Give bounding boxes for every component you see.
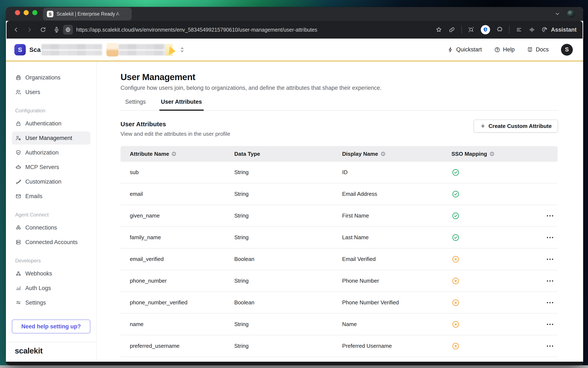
sidebar-item-settings[interactable]: Settings [12,296,90,309]
docs-button[interactable]: Docs [527,46,549,53]
need-help-button[interactable]: Need help setting up? [12,320,90,333]
chevron-down-icon[interactable] [554,10,561,17]
help-circle-icon [494,46,501,53]
copy-link-icon[interactable] [448,26,455,33]
reload-icon[interactable] [39,26,47,33]
section-header: User Attributes View and edit the attrib… [121,120,558,138]
help-button[interactable]: Help [494,46,515,53]
password-manager-shield-icon[interactable] [481,25,490,34]
page-subtitle: Configure how users join, belong to orga… [121,84,558,92]
sidebar-item-label: Organizations [25,74,61,81]
url-address[interactable]: https://app.scalekit.cloud/ws/environmen… [76,27,435,33]
row-menu-button[interactable] [547,302,553,303]
sidebar-item-label: Customization [25,178,61,185]
cell-attribute-name: email [121,191,225,197]
forward-icon[interactable] [26,26,33,33]
sidebar-item-label: Connections [25,224,57,231]
sidebar-item-organizations[interactable]: Organizations [12,71,90,84]
sidebar-item-connected-accounts[interactable]: Connected Accounts [12,236,90,249]
microphone-icon[interactable] [53,26,60,33]
sidebar-item-customization[interactable]: Customization [12,175,90,188]
cell-sso-mapping [442,298,533,307]
tab-settings[interactable]: Settings [124,99,147,110]
redacted-workspace-text [41,44,102,55]
table-row[interactable]: phone_number String Phone Number [121,270,558,292]
row-menu-button[interactable] [547,237,553,238]
sidebar-item-auth-logs[interactable]: Auth Logs [12,282,90,295]
attributes-table: Attribute NameData TypeDisplay NameSSO M… [121,146,558,359]
sso-mapped-check-icon [452,233,460,242]
sidebar-item-authentication[interactable]: Authentication [12,117,90,130]
row-menu-button[interactable] [547,215,553,216]
sso-mapped-check-icon [452,190,460,198]
site-info-chip[interactable] [63,25,73,35]
table-row[interactable]: phone_number_verified Boolean Phone Numb… [121,292,558,314]
shield-check-icon [15,149,21,156]
row-menu-button[interactable] [547,280,553,282]
assistant-button[interactable]: Assistant [541,26,577,33]
sidebar-item-connections[interactable]: Connections [12,221,90,234]
table-row[interactable]: given_name String First Name [121,205,558,227]
extensions-puzzle-icon[interactable] [496,26,503,33]
cell-display-name: Phone Number [333,277,442,284]
sso-mapped-check-icon [452,168,460,177]
sidebar-item-users[interactable]: Users [12,86,90,99]
cell-data-type: String [225,321,333,328]
sso-unmapped-x-icon [452,277,460,285]
workspace-name[interactable]: Sca [29,46,40,53]
reading-list-icon[interactable] [515,26,523,33]
cell-display-name: First Name [333,212,442,219]
row-menu-button[interactable] [547,259,553,260]
table-row[interactable]: sub String ID [121,162,558,183]
user-avatar[interactable]: S [561,44,573,56]
zoom-window-button[interactable] [32,10,37,15]
column-header-data-type: Data Type [225,151,333,157]
cell-sso-mapping [442,277,533,285]
sidebar-item-emails[interactable]: Emails [12,190,90,203]
sidebar-item-label: Webhooks [25,270,52,277]
table-row[interactable]: email String Email Address [121,183,558,205]
cell-actions [533,215,558,216]
tab-user-attributes[interactable]: User Attributes [159,99,204,110]
environment-switcher-icon[interactable] [179,46,186,54]
back-icon[interactable] [12,26,20,33]
table-row[interactable]: name String Name [121,314,558,335]
cell-actions [533,280,558,282]
cell-attribute-name: email_verified [121,256,225,262]
voice-waveform-icon[interactable] [529,26,536,33]
table-row[interactable]: family_name String Last Name [121,227,558,248]
sso-unmapped-x-icon [452,255,460,263]
sidebar-item-mcp-servers[interactable]: MCP Servers [12,161,90,174]
cell-display-name: Email Address [333,191,442,197]
cell-sso-mapping [442,342,533,350]
table-row[interactable]: email_verified Boolean Email Verified [121,248,558,270]
bookmark-star-icon[interactable] [435,26,442,33]
row-menu-button[interactable] [547,345,553,347]
sidebar-item-authorization[interactable]: Authorization [12,146,90,159]
info-icon[interactable] [171,151,176,156]
sidebar-item-label: Emails [25,193,42,200]
page-title: User Management [121,72,558,83]
close-window-button[interactable] [15,10,20,15]
sidebar-item-user-management[interactable]: User Management [12,131,90,145]
window-bottom-edge [6,362,583,365]
info-icon[interactable] [381,151,386,156]
browser-titlebar: S Scalekit | Enterprise Ready A [6,7,583,21]
table-row[interactable]: preferred_username String Preferred User… [121,335,558,357]
browser-profile-avatar[interactable] [567,10,575,18]
cell-attribute-name: phone_number_verified [121,299,225,306]
search-page-icon[interactable] [468,26,475,33]
webhook-icon [15,270,21,277]
sso-unmapped-x-icon [452,298,460,307]
browser-tab[interactable]: S Scalekit | Enterprise Ready A [43,8,132,20]
minimize-window-button[interactable] [24,10,29,15]
create-custom-attribute-button[interactable]: Create Custom Attribute [474,120,558,133]
info-icon[interactable] [490,151,494,156]
toolbar-divider [509,26,510,34]
cubes-icon [15,224,21,231]
sidebar-item-webhooks[interactable]: Webhooks [12,267,90,280]
globe-icon [65,27,71,33]
row-menu-button[interactable] [547,324,553,325]
desktop-background: S Scalekit | Enterprise Ready A https://… [0,0,588,368]
quickstart-button[interactable]: Quickstart [447,46,482,53]
